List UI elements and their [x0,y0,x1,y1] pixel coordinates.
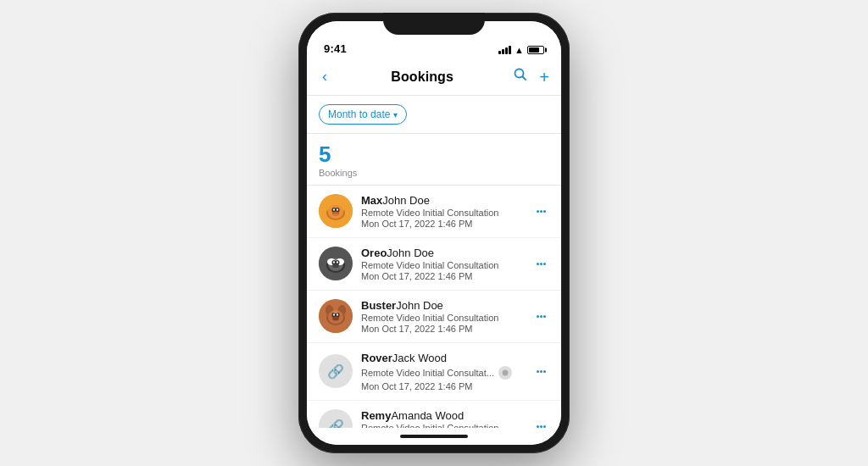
svg-point-34 [332,317,339,321]
signal-icon [498,46,511,54]
filter-section: Month to date ▾ [307,96,561,134]
booking-service: Remote Video Initial Consultation [361,260,525,270]
booking-service: Remote Video Initial Consultat... [361,365,525,380]
phone-frame: 9:41 ▲ ‹ Bookings [298,13,570,453]
phone-screen: 9:41 ▲ ‹ Bookings [307,21,561,445]
bookings-label: Bookings [319,168,549,178]
content-area: Month to date ▾ 5 Bookings [307,96,561,428]
booking-service: Remote Video Initial Consultation [361,208,525,218]
owner-name: John Doe [387,247,434,259]
battery-icon [527,46,544,54]
avatar [319,194,353,228]
svg-point-12 [333,214,338,216]
booking-list: Max John Doe Remote Video Initial Consul… [307,186,561,428]
pet-name: Oreo [361,247,387,259]
booking-date: Mon Oct 17, 2022 1:46 PM [361,324,525,334]
wifi-icon: ▲ [515,45,524,55]
svg-point-10 [337,208,338,210]
owner-name: Amanda Wood [391,409,464,422]
booking-info: Rover Jack Wood Remote Video Initial Con… [361,352,525,391]
pet-name: Max [361,194,382,207]
status-icons: ▲ [498,45,544,55]
filter-pill[interactable]: Month to date ▾ [319,104,407,125]
svg-point-35 [333,310,338,313]
link-icon: 🔗 [327,419,344,428]
svg-point-32 [333,313,335,315]
list-item[interactable]: 🔗 Remy Amanda Wood Remote Video Initial … [307,401,561,428]
list-item[interactable]: Buster John Doe Remote Video Initial Con… [307,291,561,343]
link-icon: 🔗 [327,363,344,380]
booking-date: Mon Oct 17, 2022 1:46 PM [361,381,525,391]
more-options-button[interactable] [533,259,549,269]
booking-info: Oreo John Doe Remote Video Initial Consu… [361,247,525,281]
svg-line-1 [523,77,526,80]
search-button[interactable] [514,68,527,86]
pet-name: Rover [361,352,392,364]
nav-title: Bookings [391,69,453,85]
nav-actions: + [514,68,549,86]
more-options-button[interactable] [533,367,549,376]
filter-label: Month to date [328,108,390,120]
nav-bar: ‹ Bookings + [307,58,561,96]
pet-name: Remy [361,409,391,422]
home-bar [400,435,468,438]
booking-info: Max John Doe Remote Video Initial Consul… [361,194,525,229]
back-button[interactable]: ‹ [319,64,331,89]
add-button[interactable]: + [539,69,549,86]
list-item[interactable]: Max John Doe Remote Video Initial Consul… [307,186,561,238]
avatar: 🔗 [319,354,353,388]
booking-date: Mon Oct 17, 2022 1:46 PM [361,271,525,281]
svg-point-23 [337,261,338,263]
status-time: 9:41 [324,42,347,55]
more-options-button[interactable] [533,422,549,428]
owner-name: John Doe [382,194,430,207]
more-options-button[interactable] [533,207,549,216]
svg-point-9 [333,208,335,210]
svg-point-33 [337,313,338,315]
booking-service: Remote Video Initial Consultation [361,313,525,323]
owner-name: John Doe [396,299,443,312]
list-item[interactable]: 🔗 Rover Jack Wood Remote Video Initial C… [307,343,561,401]
avatar [319,247,353,280]
avatar [319,299,353,333]
booking-info: Buster John Doe Remote Video Initial Con… [361,299,525,334]
pet-name: Buster [361,299,396,312]
list-item[interactable]: Oreo John Doe Remote Video Initial Consu… [307,238,561,291]
svg-point-22 [333,261,335,263]
svg-point-37 [502,369,508,375]
avatar: 🔗 [319,409,353,428]
booking-info: Remy Amanda Wood Remote Video Initial Co… [361,409,525,428]
owner-name: Jack Wood [392,352,447,364]
stats-section: 5 Bookings [307,134,561,186]
booking-date: Mon Oct 17, 2022 1:46 PM [361,219,525,229]
svg-point-24 [332,264,339,268]
more-options-button[interactable] [533,312,549,321]
notch [383,13,485,35]
bookings-count: 5 [319,142,549,167]
chevron-down-icon: ▾ [393,110,398,119]
home-indicator [307,428,561,445]
